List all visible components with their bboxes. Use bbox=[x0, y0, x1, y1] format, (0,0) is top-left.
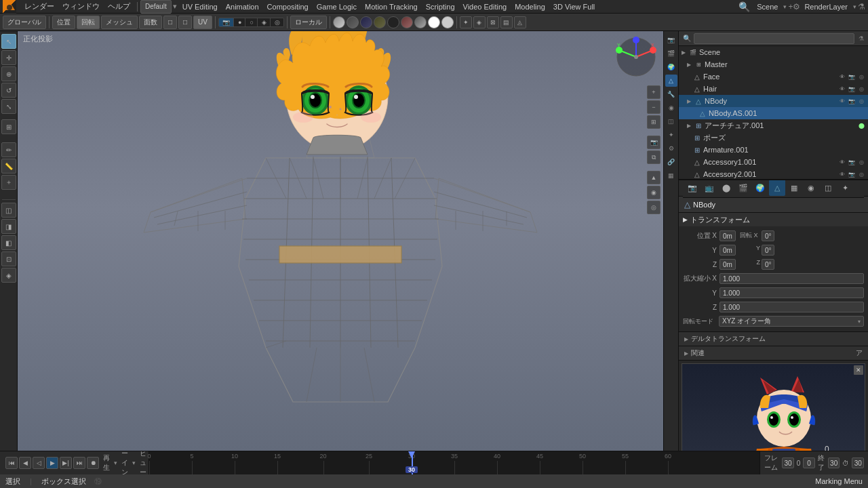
transform-box[interactable]: □ bbox=[163, 16, 177, 29]
mode-default[interactable]: Default bbox=[140, 0, 172, 14]
menu-3dview-full[interactable]: 3D View Full bbox=[549, 3, 599, 11]
outliner-nbody[interactable]: ▶ △ NBody 👁 📷 ◎ bbox=[679, 95, 868, 107]
rp-world[interactable]: 🌍 bbox=[665, 61, 677, 73]
rp-object-data[interactable]: ▦ bbox=[665, 169, 677, 182]
vp-zoom-out[interactable]: − bbox=[647, 100, 660, 114]
tool-extra1[interactable]: ◫ bbox=[1, 203, 16, 218]
face-vis[interactable]: 👁 bbox=[838, 73, 846, 81]
tool-transform[interactable]: ⊞ bbox=[1, 119, 16, 134]
arm001-color[interactable]: ⬤ bbox=[857, 121, 865, 129]
menu-compositing[interactable]: Compositing bbox=[263, 3, 313, 11]
prop-world-icon[interactable]: 🌍 bbox=[752, 180, 768, 196]
settings-icon[interactable]: ⚙ bbox=[793, 2, 800, 12]
outliner-face[interactable]: △ Face 👁 📷 ◎ bbox=[679, 70, 868, 83]
box-select-label[interactable]: ボックス選択 bbox=[41, 476, 86, 487]
view-material[interactable]: ◎ bbox=[271, 18, 283, 26]
menu-video-editing[interactable]: Video Editing bbox=[459, 3, 511, 11]
rot-z-field[interactable]: 0° bbox=[762, 259, 775, 270]
overlay-btn3[interactable]: ⊠ bbox=[487, 16, 499, 28]
menu-scripting[interactable]: Scripting bbox=[422, 3, 459, 11]
transform-mesh[interactable]: メッシュ bbox=[101, 16, 138, 29]
menu-help[interactable]: ヘルプ bbox=[104, 1, 134, 12]
vp-zoom-in[interactable]: + bbox=[647, 85, 660, 99]
keying-label[interactable]: キーイング bbox=[121, 451, 128, 474]
shading-rendered[interactable] bbox=[374, 16, 386, 28]
outliner-pose[interactable]: ⊞ ポーズ bbox=[679, 131, 868, 144]
acc2-vis[interactable]: 👁 bbox=[838, 170, 846, 178]
outliner-hair[interactable]: △ Hair 👁 📷 ◎ bbox=[679, 83, 868, 95]
tool-scale[interactable]: ⤡ bbox=[1, 99, 16, 114]
pos-y-field[interactable]: 0m bbox=[719, 245, 736, 256]
transform-header[interactable]: ▶ トランスフォーム bbox=[679, 213, 868, 226]
fps-field[interactable]: 30 bbox=[852, 458, 864, 468]
shading-red[interactable] bbox=[401, 16, 413, 28]
rot-y-field[interactable]: 0° bbox=[762, 245, 775, 256]
rp-texture[interactable]: ◫ bbox=[665, 115, 677, 127]
outliner-acc2[interactable]: △ Accessory2.001 👁 📷 ◎ bbox=[679, 168, 868, 180]
tool-extra3[interactable]: ◧ bbox=[1, 235, 16, 250]
tool-annotate[interactable]: ✏ bbox=[1, 142, 16, 157]
local-mode[interactable]: ローカル bbox=[290, 16, 327, 29]
overlay-btn1[interactable]: ✦ bbox=[460, 16, 472, 28]
rp-constraint[interactable]: 🔗 bbox=[665, 156, 677, 168]
nbody-cam[interactable]: 📷 bbox=[848, 97, 856, 105]
shading-solid[interactable] bbox=[333, 16, 345, 28]
outliner-search-input[interactable] bbox=[694, 33, 854, 44]
frame-last-btn[interactable]: ⏭ bbox=[73, 457, 85, 469]
view-camera[interactable]: 📷 bbox=[219, 18, 234, 26]
outliner-acc1[interactable]: △ Accessory1.001 👁 📷 ◎ bbox=[679, 156, 868, 168]
menu-uv-editing[interactable]: UV Editing bbox=[178, 3, 222, 11]
shading-grey[interactable] bbox=[441, 16, 454, 28]
scale-x-field[interactable]: 1.000 bbox=[719, 273, 864, 284]
play-btn[interactable]: ▶ bbox=[46, 457, 58, 469]
outliner-armature001[interactable]: ▶ ⊞ アーチチュア.001 ⬤ bbox=[679, 119, 868, 131]
face-render[interactable]: ◎ bbox=[857, 73, 865, 81]
shading-wire[interactable] bbox=[347, 16, 359, 28]
transform-uv2[interactable]: UV bbox=[193, 16, 212, 29]
prop-render-icon[interactable]: 📷 bbox=[684, 180, 701, 196]
view-label-tl[interactable]: ビュー bbox=[140, 451, 146, 474]
rot-x-field[interactable]: 0° bbox=[762, 230, 775, 241]
pos-z-field[interactable]: 0m bbox=[719, 259, 736, 270]
menu-modeling[interactable]: Modeling bbox=[511, 3, 549, 11]
menu-animation[interactable]: Animation bbox=[222, 3, 263, 11]
tool-move[interactable]: ⊕ bbox=[1, 66, 16, 81]
frame-end-field[interactable]: 30 bbox=[828, 458, 840, 468]
vp-front[interactable]: ◉ bbox=[647, 186, 660, 199]
global-label-btn[interactable]: グローバル bbox=[3, 16, 46, 29]
shading-white[interactable] bbox=[428, 16, 440, 28]
vp-camera[interactable]: 📷 bbox=[647, 136, 660, 149]
prop-object-icon[interactable]: △ bbox=[769, 180, 785, 196]
acc2-cam[interactable]: 📷 bbox=[848, 170, 856, 178]
transform-pos[interactable]: 位置 bbox=[52, 16, 75, 29]
overlay-btn4[interactable]: ▤ bbox=[500, 16, 513, 28]
frame-start-field[interactable]: 0 bbox=[803, 458, 815, 468]
rp-object[interactable]: △ bbox=[665, 75, 677, 87]
scale-z-field[interactable]: 1.000 bbox=[719, 302, 864, 312]
shading-light[interactable] bbox=[414, 16, 427, 28]
rp-render[interactable]: 📷 bbox=[665, 34, 677, 46]
acc1-vis[interactable]: 👁 bbox=[838, 158, 846, 166]
scale-y-field[interactable]: 1.000 bbox=[719, 287, 864, 298]
rot-mode-select[interactable]: XYZ オイラー角 ▾ bbox=[719, 316, 864, 327]
prop-material-icon[interactable]: ◉ bbox=[803, 180, 819, 196]
frame-first-btn[interactable]: ⏮ bbox=[5, 457, 18, 469]
scene-selector[interactable]: Scene bbox=[753, 3, 782, 11]
view-solid[interactable]: ● bbox=[235, 18, 245, 26]
menu-motion-tracking[interactable]: Motion Tracking bbox=[361, 3, 422, 11]
face-cam[interactable]: 📷 bbox=[848, 73, 856, 81]
transform-face-count[interactable]: 面数 bbox=[139, 16, 162, 29]
delta-transform-header[interactable]: ▶ デルタトランスフォーム bbox=[679, 332, 868, 346]
tool-cursor[interactable]: ✛ bbox=[1, 50, 16, 65]
tool-add[interactable]: ＋ bbox=[1, 175, 16, 190]
menu-window[interactable]: ウィンドウ bbox=[58, 1, 104, 12]
select-mode-label[interactable]: 選択 bbox=[5, 476, 20, 487]
outliner-scene[interactable]: ▶ 🎬 Scene bbox=[679, 46, 868, 58]
vp-side[interactable]: ◎ bbox=[647, 201, 660, 214]
transform-uv[interactable]: □ bbox=[178, 16, 192, 29]
tool-rotate[interactable]: ↺ bbox=[1, 83, 16, 98]
overlay-btn5[interactable]: ◬ bbox=[514, 16, 526, 28]
avatar-close-btn[interactable]: ✕ bbox=[854, 365, 863, 375]
tool-extra5[interactable]: ◈ bbox=[1, 268, 16, 283]
vp-top[interactable]: ▲ bbox=[647, 171, 660, 184]
